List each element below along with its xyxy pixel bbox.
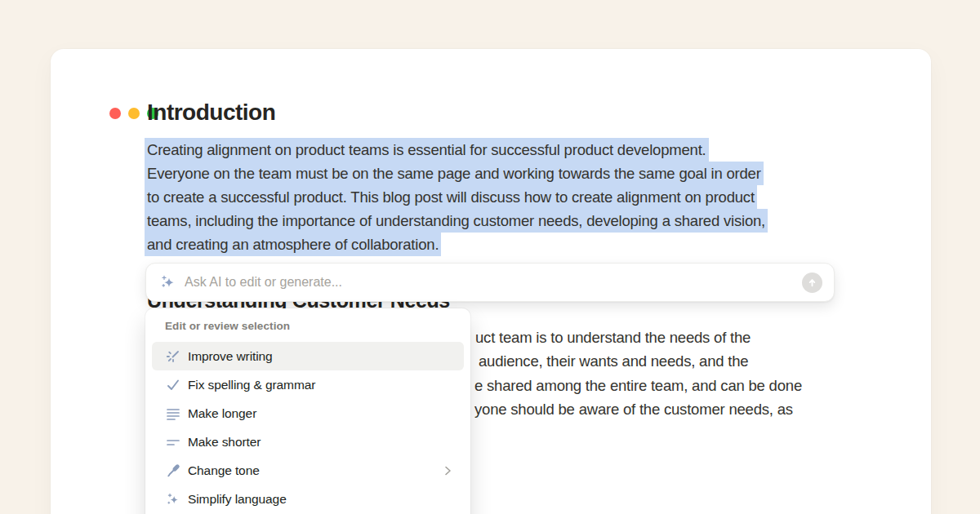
make-longer-lines-icon [165,405,181,422]
send-up-arrow-icon [805,276,819,290]
menu-item-label: Simplify language [188,492,287,507]
selection-line[interactable]: Creating alignment on product teams is e… [147,138,768,162]
menu-item-make-shorter[interactable]: Make shorter [152,428,464,456]
selection-line[interactable]: to create a successful product. This blo… [147,185,768,209]
ai-menu: Edit or review selection Improve writing… [145,308,470,514]
menu-item-label: Change tone [188,463,260,478]
ai-menu-section-label: Edit or review selection [152,315,464,342]
sparkle-icon [165,491,181,507]
menu-item-label: Improve writing [188,349,273,364]
menu-item-label: Make shorter [188,435,261,450]
ai-sparkle-icon [160,274,176,290]
ai-prompt-input[interactable] [185,275,802,290]
menu-item-simplify-language[interactable]: Simplify language [152,485,464,513]
submenu-chevron-right-icon [441,464,454,477]
background-text-fragment[interactable]: audience, their wants and needs, and the [479,351,748,371]
menu-item-label: Fix spelling & grammar [188,378,315,392]
screenshot-root: { "window": { "traffic_lights": { "close… [0,0,980,514]
menu-item-fix-spelling-grammar[interactable]: Fix spelling & grammar [152,370,464,399]
improve-writing-wand-icon [165,348,181,365]
background-text-fragment[interactable]: yone should be aware of the customer nee… [474,399,793,419]
selected-paragraph[interactable]: Creating alignment on product teams is e… [147,138,768,256]
page-title[interactable]: Introduction [147,99,275,126]
menu-item-label: Make longer [188,406,256,421]
minimize-window-button[interactable] [128,108,140,119]
menu-item-make-longer[interactable]: Make longer [152,399,464,428]
send-button[interactable] [802,273,822,293]
background-text-fragment[interactable]: uct team is to understand the needs of t… [475,327,751,348]
selection-line[interactable]: Everyone on the team must be on the same… [147,162,768,185]
make-shorter-lines-icon [165,434,181,450]
selection-line[interactable]: and creating an atmosphere of collaborat… [147,233,768,256]
selection-line[interactable]: teams, including the importance of under… [147,209,768,233]
menu-item-improve-writing[interactable]: Improve writing [152,342,464,370]
close-window-button[interactable] [109,108,121,119]
menu-item-change-tone[interactable]: Change tone [152,456,464,485]
microphone-icon [165,463,181,479]
background-text-fragment[interactable]: e shared among the entire team, and can … [474,375,802,396]
ai-prompt-bar [145,263,835,302]
check-icon [165,377,181,393]
